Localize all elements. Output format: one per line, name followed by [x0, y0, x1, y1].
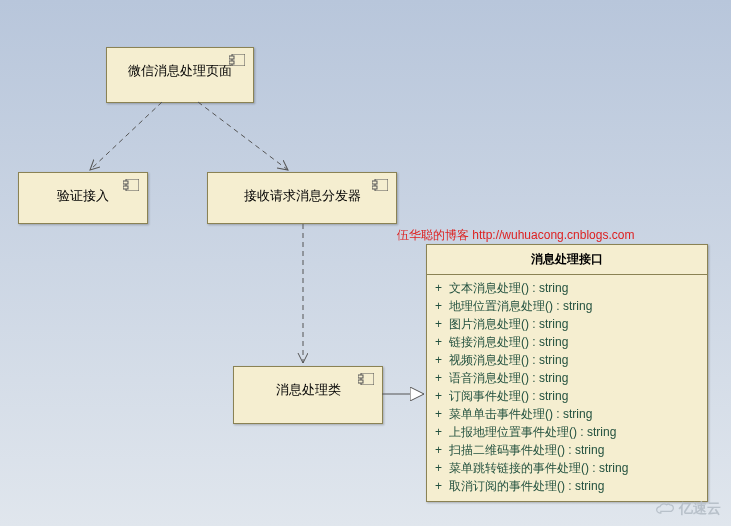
component-page: 微信消息处理页面 — [106, 47, 254, 103]
interface-operation: +菜单跳转链接的事件处理() : string — [435, 459, 699, 477]
interface-operation: +语音消息处理() : string — [435, 369, 699, 387]
cloud-icon — [655, 502, 675, 516]
component-icon — [123, 179, 139, 191]
component-icon — [358, 373, 374, 385]
interface-title: 消息处理接口 — [427, 245, 707, 275]
interface-operation: +订阅事件处理() : string — [435, 387, 699, 405]
site-logo-text: 亿速云 — [679, 500, 721, 518]
svg-rect-11 — [358, 380, 363, 383]
component-auth: 验证接入 — [18, 172, 148, 224]
svg-rect-1 — [229, 56, 234, 59]
edge-page-to-auth — [90, 102, 162, 170]
interface-operation: +扫描二维码事件处理() : string — [435, 441, 699, 459]
component-dispatcher-label: 接收请求消息分发器 — [208, 173, 396, 219]
watermark-text: 伍华聪的博客 http://wuhuacong.cnblogs.com — [397, 227, 634, 244]
interface-operation: +图片消息处理() : string — [435, 315, 699, 333]
interface-operation: +文本消息处理() : string — [435, 279, 699, 297]
component-icon — [229, 54, 245, 66]
svg-rect-10 — [358, 375, 363, 378]
edge-page-to-dispatcher — [198, 102, 288, 170]
component-handler: 消息处理类 — [233, 366, 383, 424]
svg-rect-5 — [123, 186, 128, 189]
interface-operation: +取消订阅的事件处理() : string — [435, 477, 699, 495]
interface-operation: +地理位置消息处理() : string — [435, 297, 699, 315]
interface-operation: +上报地理位置事件处理() : string — [435, 423, 699, 441]
svg-rect-4 — [123, 181, 128, 184]
component-icon — [372, 179, 388, 191]
component-dispatcher: 接收请求消息分发器 — [207, 172, 397, 224]
interface-operation: +视频消息处理() : string — [435, 351, 699, 369]
svg-rect-7 — [372, 181, 377, 184]
interface-operation: +菜单单击事件处理() : string — [435, 405, 699, 423]
svg-rect-8 — [372, 186, 377, 189]
site-logo: 亿速云 — [655, 500, 721, 518]
interface-box: 消息处理接口 +文本消息处理() : string+地理位置消息处理() : s… — [426, 244, 708, 502]
svg-rect-2 — [229, 61, 234, 64]
interface-operations: +文本消息处理() : string+地理位置消息处理() : string+图… — [427, 275, 707, 501]
interface-operation: +链接消息处理() : string — [435, 333, 699, 351]
